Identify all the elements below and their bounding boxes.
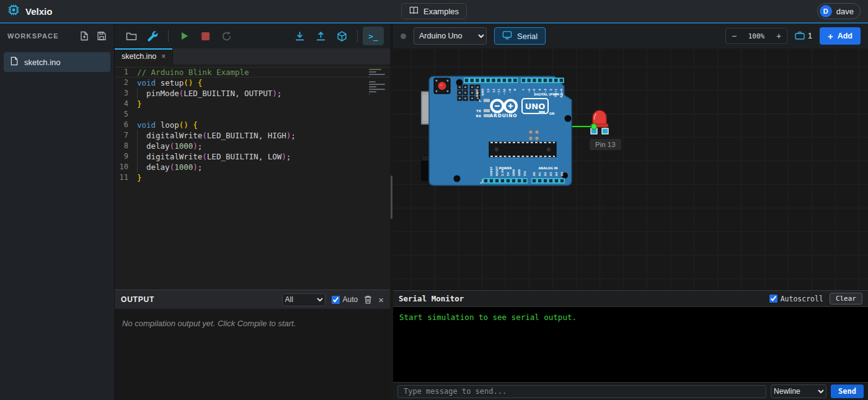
code-line[interactable]: 8delay(1000); <box>115 141 390 151</box>
output-panel: OUTPUT All Auto × <box>115 290 390 400</box>
reset-button[interactable] <box>216 27 237 45</box>
brand: Velxio <box>7 4 52 19</box>
wire-junction-dot <box>591 124 597 130</box>
code-line[interactable]: 7digitalWrite(LED_BUILTIN, HIGH); <box>115 130 390 141</box>
library-cube-button[interactable] <box>331 27 352 45</box>
simulation-canvas[interactable]: AREFGND1312~11~10~987~6~54~32TX→1RX←0 DI… <box>393 48 868 290</box>
file-name: sketch.ino <box>24 58 61 67</box>
output-filter-select[interactable]: All <box>282 293 326 306</box>
editor-column: >_ sketch.ino × 1// Arduino Blink Exampl… <box>115 24 390 400</box>
code-line[interactable]: 9digitalWrite(LED_BUILTIN, LOW); <box>115 151 390 162</box>
clear-serial-button[interactable]: Clear <box>830 293 862 304</box>
code-line[interactable]: 3pinMode(LED_BUILTIN, OUTPUT); <box>115 88 390 99</box>
led-rx <box>484 114 490 117</box>
code-line[interactable]: 11} <box>115 172 390 183</box>
clear-output-trash-button[interactable] <box>364 295 372 304</box>
simulation-status-dot <box>401 33 406 39</box>
download-button[interactable] <box>289 27 310 45</box>
terminal-button[interactable]: >_ <box>363 27 384 45</box>
output-panel-header: OUTPUT All Auto × <box>115 290 390 309</box>
workspace-title: WORKSPACE <box>7 32 59 40</box>
autoscroll-checkbox[interactable] <box>769 295 777 303</box>
svg-text:A5: A5 <box>560 172 564 176</box>
auto-checkbox[interactable] <box>332 296 340 304</box>
user-menu[interactable]: D dave <box>817 3 861 19</box>
workspace-sidebar: WORKSPACE <box>0 24 115 400</box>
compile-button[interactable] <box>142 27 163 45</box>
code-lines: 1// Arduino Blink Example2void setup() {… <box>115 67 390 183</box>
reset-pushbutton[interactable] <box>434 78 450 94</box>
zoom-control: − 100% + <box>725 28 787 44</box>
serial-monitor-title: Serial Monitor <box>399 294 464 303</box>
svg-text:~10: ~10 <box>503 89 506 95</box>
code-line[interactable]: 10delay(1000); <box>115 162 390 172</box>
serial-toggle-button[interactable]: Serial <box>494 27 546 45</box>
svg-text:7: 7 <box>522 89 525 91</box>
svg-text:GND: GND <box>518 169 521 176</box>
svg-text:4: 4 <box>538 89 541 91</box>
svg-text:A4: A4 <box>555 172 558 176</box>
tab-label: sketch.ino <box>122 52 156 61</box>
svg-text:A1: A1 <box>538 172 541 176</box>
board-brand: ARDUINO <box>490 113 518 118</box>
svg-text:~6: ~6 <box>528 89 531 93</box>
digital-label: DIGITAL (PWM~) <box>534 92 563 96</box>
new-file-button[interactable] <box>79 31 89 41</box>
zoom-in-button[interactable]: + <box>771 29 787 43</box>
svg-text:12: 12 <box>492 89 495 92</box>
line-ending-select[interactable]: Newline <box>771 384 826 398</box>
save-button[interactable] <box>97 31 107 41</box>
editor-tab-bar: sketch.ino × <box>115 48 390 64</box>
svg-text:~9: ~9 <box>508 89 512 93</box>
svg-text:~11: ~11 <box>497 89 500 95</box>
code-line[interactable]: 5 <box>115 109 390 120</box>
serial-monitor-header: Serial Monitor Autoscroll Clear <box>393 291 868 307</box>
svg-text:A2: A2 <box>544 172 547 176</box>
analog-label: ANALOG IN <box>538 166 557 170</box>
tab-sketch-ino[interactable]: sketch.ino × <box>115 48 173 64</box>
book-icon <box>409 6 418 16</box>
led-on <box>539 111 545 114</box>
stop-button[interactable] <box>195 27 216 45</box>
output-body: No compilation output yet. Click Compile… <box>115 309 390 400</box>
code-line[interactable]: 4} <box>115 99 390 109</box>
serial-monitor-panel: Serial Monitor Autoscroll Clear Start si… <box>393 290 868 400</box>
upload-button[interactable] <box>310 27 331 45</box>
close-output-button[interactable]: × <box>378 295 384 305</box>
code-line[interactable]: 1// Arduino Blink Example <box>115 67 390 78</box>
code-editor[interactable]: 1// Arduino Blink Example2void setup() {… <box>115 64 390 290</box>
code-line[interactable]: 2void setup() { <box>115 78 390 88</box>
run-button[interactable] <box>174 27 195 45</box>
led-component[interactable] <box>591 110 608 134</box>
package-icon <box>795 31 805 42</box>
led-tx-label: TX <box>476 109 482 113</box>
zoom-level: 100% <box>742 32 771 40</box>
board-select[interactable]: Arduino Uno <box>414 27 487 45</box>
zoom-out-button[interactable]: − <box>726 29 742 43</box>
pin-tooltip: Pin 13 <box>590 139 621 150</box>
editor-minimap[interactable] <box>369 68 386 96</box>
serial-message-input[interactable] <box>397 385 766 398</box>
arduino-uno-board[interactable]: AREFGND1312~11~10~987~6~54~32TX→1RX←0 DI… <box>393 48 868 290</box>
add-component-button[interactable]: + Add <box>820 27 861 45</box>
svg-text:2: 2 <box>549 89 552 91</box>
file-icon <box>10 56 19 68</box>
component-count: 1 <box>795 31 812 42</box>
app-root: Velxio Examples D dave WORKSPACE <box>0 0 868 400</box>
svg-text:AREF: AREF <box>476 89 479 97</box>
led-tx <box>484 109 490 112</box>
led-pin-cathode[interactable] <box>602 128 608 134</box>
svg-text:A0: A0 <box>533 172 536 176</box>
tab-close-icon[interactable]: × <box>161 52 166 61</box>
svg-text:IOREF: IOREF <box>490 167 493 176</box>
send-button[interactable]: Send <box>831 384 864 398</box>
serial-input-row: Newline Send <box>393 382 868 400</box>
board-model: UNO <box>525 102 546 111</box>
sidebar-item-sketch[interactable]: sketch.ino <box>4 52 110 72</box>
led-l <box>484 99 490 102</box>
open-folder-button[interactable] <box>121 27 142 45</box>
examples-button[interactable]: Examples <box>401 3 467 19</box>
code-line[interactable]: 6void loop() { <box>115 120 390 130</box>
auto-checkbox-label: Auto <box>332 295 358 304</box>
svg-text:5V: 5V <box>507 172 510 176</box>
